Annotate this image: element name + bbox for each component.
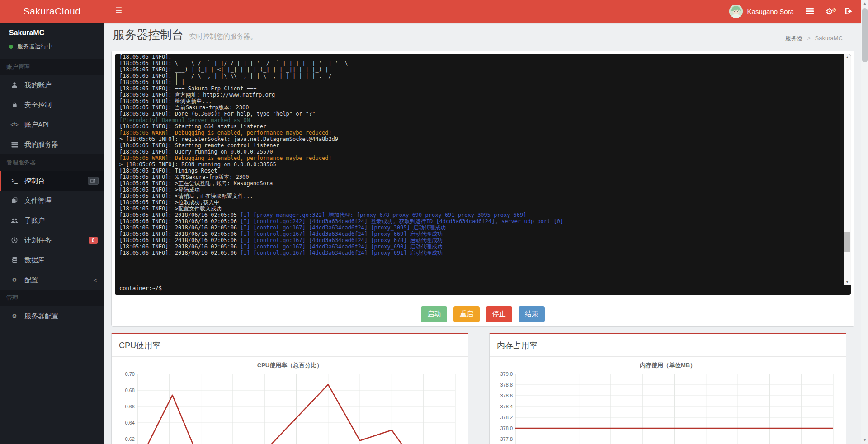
sidebar-item-label: 控制台 <box>24 177 45 185</box>
console-line: [18:05:05 INFO]: Starting remote control… <box>119 142 844 149</box>
console-scrollbar-thumb[interactable] <box>844 232 850 252</box>
console-line: > [18:05:05 INFO]: RCON running on 0.0.0… <box>119 161 844 168</box>
console-line: [18:05:05 INFO]: Timings Reset <box>119 168 844 174</box>
svg-text:377.8: 377.8 <box>500 436 513 442</box>
user-menu[interactable]: Kasugano Sora <box>729 5 794 18</box>
server-list-icon[interactable] <box>806 8 814 15</box>
console-line: [18:05:05 INFO]: 检测更新中... <box>119 98 844 104</box>
console-edit-badge[interactable] <box>88 177 99 185</box>
breadcrumb-servers-link[interactable]: 服务器 <box>785 35 803 42</box>
console-line: [18:05:05 INFO]: \___ \ / _` | |/ / | | … <box>119 60 844 66</box>
sidebar-item-label: 数据库 <box>24 256 45 265</box>
server-console[interactable]: [18:05:05 INFO]: ____ _ _____ ____ ____[… <box>115 54 851 295</box>
svg-text:378.8: 378.8 <box>500 382 513 388</box>
sidebar-item-账户API[interactable]: </>账户API <box>0 115 104 135</box>
sidebar-menu: 账户管理我的账户安全控制</>账户API我的服务器管理服务器>_控制台文件管理子… <box>0 59 104 326</box>
sidebar-item-计划任务[interactable]: 计划任务0 <box>0 230 104 250</box>
console-line: [18:05:05 INFO]: Done (6.360s)! For help… <box>119 111 844 117</box>
scroll-down-arrow-icon[interactable]: ▼ <box>861 437 868 444</box>
avatar <box>729 5 743 18</box>
sidebar-item-数据库[interactable]: 数据库 <box>0 250 104 270</box>
server-status: 服务器运行中 <box>9 42 104 51</box>
console-log[interactable]: [18:05:05 INFO]: ____ _ _____ ____ ____[… <box>115 54 844 285</box>
console-scrollbar[interactable]: ▲ ▼ <box>844 54 851 285</box>
console-line: [18:05:05 WARN]: Debugging is enabled, p… <box>119 130 844 136</box>
settings-gears-icon[interactable]: ⚙⚙ <box>826 7 833 16</box>
sign-out-icon[interactable] <box>845 8 853 15</box>
console-prompt[interactable]: container:~/$ <box>119 285 162 291</box>
sidebar-item-label: 服务器配置 <box>24 312 58 321</box>
sidebar-item-label: 账户API <box>24 121 49 129</box>
power-button-结束[interactable]: 结束 <box>519 306 545 322</box>
chart-card-title: CPU使用率 <box>112 334 468 357</box>
brand-logo[interactable]: SakuraCloud <box>0 0 104 23</box>
sidebar-item-控制台[interactable]: >_控制台 <box>0 171 104 191</box>
sidebar-item-label: 安全控制 <box>24 101 52 109</box>
database-icon <box>10 257 19 263</box>
console-line: [18:05:05 INFO]: |_| <box>119 79 844 85</box>
hamburger-menu-icon[interactable]: ☰ <box>112 0 126 23</box>
sidebar-item-配置[interactable]: ⚙配置< <box>0 270 104 290</box>
cogs-icon: ⚙ <box>10 277 19 283</box>
console-line: [18:05:05 INFO]: 当前Sakura-frp版本: 2300 <box>119 104 844 111</box>
page-header: 服务器控制台 实时控制您的服务器。 服务器 > SakuraMC <box>113 27 850 48</box>
sidebar-item-label: 计划任务 <box>24 236 52 245</box>
sidebar-item-我的账户[interactable]: 我的账户 <box>0 75 104 95</box>
console-scroll-down-icon[interactable]: ▼ <box>844 279 851 285</box>
top-navbar: SakuraCloud ☰ Kasugano Sora ⚙⚙ <box>0 0 861 23</box>
console-line: [18:05:05 INFO]: 官方网址: https://www.natfr… <box>119 92 844 98</box>
breadcrumb: 服务器 > SakuraMC <box>785 34 843 42</box>
console-line: [18:05:05 INFO]: >登陆成功 <box>119 187 844 193</box>
server-name: SakuraMC <box>9 29 104 37</box>
sidebar-item-label: 我的服务器 <box>24 140 58 149</box>
console-line: [18:05:06 INFO]: 2018/06/16 02:05:06 [I]… <box>119 224 844 231</box>
console-line: [18:05:05 INFO]: ____ _ _____ ____ ____ <box>119 54 844 60</box>
page-title: 服务器控制台 <box>113 28 184 42</box>
code-icon: </> <box>10 122 19 128</box>
user-icon <box>10 82 19 88</box>
console-line: [18:05:05 INFO]: 发布Sakura-frp版本: 2300 <box>119 174 844 180</box>
console-line: [18:05:05 INFO]: |____/ \__,_|_|\_\\__,_… <box>119 73 844 79</box>
memory-chart-card: 内存占用率内存使用（单位MB）379.0378.8378.6378.4378.2… <box>489 333 846 444</box>
chart-title: 内存使用（单位MB） <box>490 361 846 369</box>
users-icon <box>10 218 19 224</box>
sidebar: SakuraMC 服务器运行中 账户管理我的账户安全控制</>账户API我的服务… <box>0 23 104 444</box>
clock-icon <box>10 237 19 243</box>
power-button-停止[interactable]: 停止 <box>486 306 512 322</box>
console-line: [18:05:05 INFO]: >请稍后，正在读取配置文件... <box>119 193 844 199</box>
console-line: [18:05:05 INFO]: ___) | (_| | <| |_| | |… <box>119 66 844 73</box>
status-dot-icon <box>9 45 13 49</box>
sidebar-item-label: 配置 <box>24 276 38 285</box>
console-line: [18:05:05 INFO]: Query running on 0.0.0.… <box>119 149 844 155</box>
console-line: [18:05:05 INFO]: >拉取成功,载入中 <box>119 199 844 206</box>
breadcrumb-separator: > <box>807 35 811 42</box>
sidebar-item-文件管理[interactable]: 文件管理 <box>0 191 104 210</box>
console-scroll-up-icon[interactable]: ▲ <box>844 54 851 61</box>
sidebar-item-子账户[interactable]: 子账户 <box>0 210 104 230</box>
power-button-重启[interactable]: 重启 <box>453 306 480 322</box>
sidebar-item-我的服务器[interactable]: 我的服务器 <box>0 135 104 154</box>
scroll-up-arrow-icon[interactable]: ▲ <box>861 0 868 7</box>
sidebar-item-label: 子账户 <box>24 216 45 225</box>
svg-text:378.6: 378.6 <box>500 393 513 398</box>
sidebar-section-label: 账户管理 <box>0 59 104 75</box>
sidebar-item-label: 文件管理 <box>24 196 52 205</box>
page-scrollbar[interactable]: ▲ ▼ <box>861 0 868 444</box>
files-icon <box>10 197 19 204</box>
sidebar-item-服务器配置[interactable]: ⚙服务器配置 <box>0 306 104 326</box>
charts-row: CPU使用率CPU使用率（总百分比）0.700.680.660.640.62内存… <box>111 333 846 444</box>
chart-title: CPU使用率（总百分比） <box>112 361 468 369</box>
console-line: [18:05:06 INFO]: 2018/06/16 02:05:06 [I]… <box>119 218 844 224</box>
terminal-icon: >_ <box>10 178 19 184</box>
svg-text:0.64: 0.64 <box>125 420 135 425</box>
sidebar-section-label: 管理服务器 <box>0 154 104 171</box>
collapse-chevron-icon[interactable]: < <box>93 277 97 284</box>
memory-chart-svg: 379.0378.8378.6378.4378.2378.0377.8 <box>495 371 839 444</box>
page-scrollbar-thumb[interactable] <box>862 8 868 62</box>
console-line: > [18:05:05 INFO]: registerSocket: java.… <box>119 136 844 142</box>
console-line: [18:05:06 INFO]: 2018/06/16 02:05:06 [I]… <box>119 231 844 237</box>
sidebar-item-安全控制[interactable]: 安全控制 <box>0 95 104 115</box>
console-line: [18:05:05 INFO]: === Sakura Frp Client =… <box>119 85 844 92</box>
power-button-启动[interactable]: 启动 <box>421 306 447 322</box>
page-subtitle: 实时控制您的服务器。 <box>189 33 257 40</box>
